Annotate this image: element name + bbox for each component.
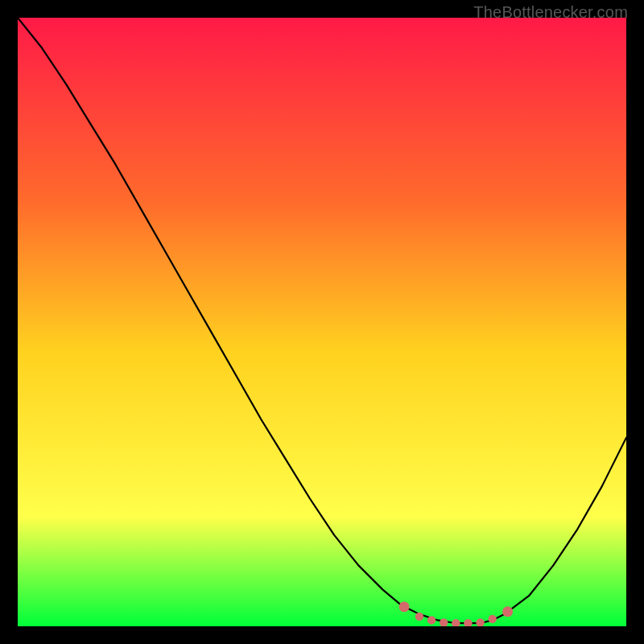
curve-marker — [502, 606, 513, 617]
watermark-text: TheBottlenecker.com — [473, 3, 628, 22]
chart-canvas: TheBottlenecker.com — [0, 0, 644, 644]
plot-area — [18, 18, 626, 626]
gradient-background — [18, 18, 626, 626]
curve-marker — [488, 615, 496, 623]
curve-marker — [415, 613, 423, 621]
chart-svg — [18, 18, 626, 626]
curve-marker — [427, 616, 436, 624]
curve-marker — [399, 601, 410, 612]
